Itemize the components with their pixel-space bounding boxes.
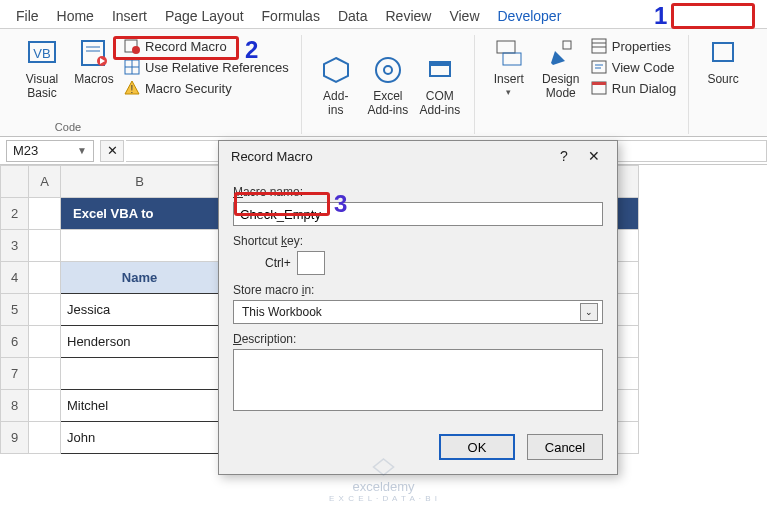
view-code-icon — [591, 59, 607, 75]
chevron-down-icon[interactable]: ▼ — [77, 145, 87, 156]
data-cell[interactable]: Jessica — [61, 294, 219, 326]
record-macro-label: Record Macro — [145, 39, 227, 54]
ribbon-group-addins: Add- ins Excel Add-ins COM Add-ins — [302, 35, 475, 134]
tab-file[interactable]: File — [16, 8, 39, 24]
insert-controls-button[interactable]: Insert ▾ — [483, 35, 535, 97]
chevron-down-icon[interactable]: ⌄ — [580, 303, 598, 321]
addins-label: Add- ins — [323, 90, 348, 118]
col-header-B[interactable]: B — [61, 166, 219, 198]
shortcut-key-input[interactable] — [297, 251, 325, 275]
table-header-name[interactable]: Name — [61, 262, 219, 294]
row-header-9[interactable]: 9 — [1, 422, 29, 454]
excel-addins-icon — [372, 54, 404, 86]
run-dialog-label: Run Dialog — [612, 81, 676, 96]
macros-button[interactable]: Macros — [68, 35, 120, 101]
row-header-8[interactable]: 8 — [1, 390, 29, 422]
row-header-2[interactable]: 2 — [1, 198, 29, 230]
svg-rect-18 — [430, 62, 450, 66]
row-header-3[interactable]: 3 — [1, 230, 29, 262]
row-header-5[interactable]: 5 — [1, 294, 29, 326]
cancel-button[interactable]: Cancel — [527, 434, 603, 460]
store-macro-label: Store macro in: — [233, 283, 603, 297]
row-header-4[interactable]: 4 — [1, 262, 29, 294]
tab-page-layout[interactable]: Page Layout — [165, 8, 244, 24]
svg-rect-26 — [592, 61, 606, 73]
dialog-titlebar[interactable]: Record Macro ? ✕ — [219, 141, 617, 171]
properties-button[interactable]: Properties — [587, 37, 680, 55]
select-all-corner[interactable] — [1, 166, 29, 198]
data-cell[interactable]: Henderson — [61, 326, 219, 358]
insert-controls-icon — [493, 37, 525, 69]
view-code-label: View Code — [612, 60, 675, 75]
ribbon-group-code: VB Visual Basic Macros Code Record Macro… — [8, 35, 302, 134]
com-addins-icon — [424, 54, 456, 86]
warning-icon: ! — [124, 80, 140, 96]
svg-point-16 — [384, 66, 392, 74]
cell[interactable] — [29, 390, 61, 422]
row-header-7[interactable]: 7 — [1, 358, 29, 390]
col-header-A[interactable]: A — [29, 166, 61, 198]
tab-insert[interactable]: Insert — [112, 8, 147, 24]
name-box[interactable]: M23 ▼ — [6, 140, 94, 162]
svg-text:!: ! — [131, 84, 134, 95]
row-header-6[interactable]: 6 — [1, 326, 29, 358]
record-macro-icon — [124, 38, 140, 54]
cancel-formula-button[interactable]: ✕ — [100, 140, 124, 162]
ok-button[interactable]: OK — [439, 434, 515, 460]
help-button[interactable]: ? — [549, 143, 579, 169]
macro-name-input[interactable] — [233, 202, 603, 226]
properties-icon — [591, 38, 607, 54]
tab-formulas[interactable]: Formulas — [262, 8, 320, 24]
cell[interactable] — [29, 230, 61, 262]
grid-refs-icon — [124, 59, 140, 75]
data-cell[interactable]: Mitchel — [61, 390, 219, 422]
svg-rect-30 — [592, 82, 606, 85]
design-mode-label: Design Mode — [542, 73, 579, 101]
tab-developer[interactable]: Developer — [498, 8, 562, 24]
description-textarea[interactable] — [233, 349, 603, 411]
cell[interactable] — [29, 422, 61, 454]
name-box-value: M23 — [13, 143, 38, 158]
addins-icon — [320, 54, 352, 86]
ribbon: VB Visual Basic Macros Code Record Macro… — [0, 29, 767, 137]
cell[interactable] — [29, 262, 61, 294]
use-relative-refs-button[interactable]: Use Relative References — [120, 58, 293, 76]
close-button[interactable]: ✕ — [579, 143, 609, 169]
com-addins-button[interactable]: COM Add-ins — [414, 52, 466, 118]
cell[interactable] — [29, 358, 61, 390]
tab-home[interactable]: Home — [57, 8, 94, 24]
macro-name-label: Macro name: — [233, 185, 603, 199]
cell[interactable] — [29, 326, 61, 358]
use-relative-label: Use Relative References — [145, 60, 289, 75]
svg-marker-14 — [324, 58, 348, 82]
macro-security-button[interactable]: ! Macro Security — [120, 79, 293, 97]
data-cell[interactable] — [61, 358, 219, 390]
view-code-button[interactable]: View Code — [587, 58, 680, 76]
watermark-subtext: E X C E L · D A T A · B I — [329, 494, 438, 504]
tab-view[interactable]: View — [449, 8, 479, 24]
run-dialog-button[interactable]: Run Dialog — [587, 79, 680, 97]
addins-button[interactable]: Add- ins — [310, 52, 362, 118]
store-macro-select[interactable]: This Workbook ⌄ — [233, 300, 603, 324]
description-label: Description: — [233, 332, 603, 346]
excel-addins-button[interactable]: Excel Add-ins — [362, 52, 414, 118]
source-button[interactable]: Sourc — [697, 35, 749, 87]
design-mode-icon — [545, 37, 577, 69]
data-cell[interactable]: John — [61, 422, 219, 454]
tab-data[interactable]: Data — [338, 8, 368, 24]
design-mode-button[interactable]: Design Mode — [535, 35, 587, 101]
ribbon-tabs: File Home Insert Page Layout Formulas Da… — [0, 0, 767, 29]
svg-rect-19 — [497, 41, 515, 53]
cell[interactable] — [29, 294, 61, 326]
visual-basic-label: Visual Basic — [26, 73, 58, 101]
shortcut-key-label: Shortcut key: — [233, 234, 603, 248]
cell[interactable] — [29, 198, 61, 230]
source-icon — [709, 37, 737, 69]
cell[interactable] — [61, 230, 219, 262]
record-macro-dialog: Record Macro ? ✕ Macro name: Shortcut ke… — [218, 140, 618, 475]
record-macro-button[interactable]: Record Macro — [120, 37, 293, 55]
svg-rect-23 — [592, 39, 606, 53]
store-macro-value: This Workbook — [242, 305, 322, 319]
visual-basic-button[interactable]: VB Visual Basic — [16, 35, 68, 101]
tab-review[interactable]: Review — [386, 8, 432, 24]
